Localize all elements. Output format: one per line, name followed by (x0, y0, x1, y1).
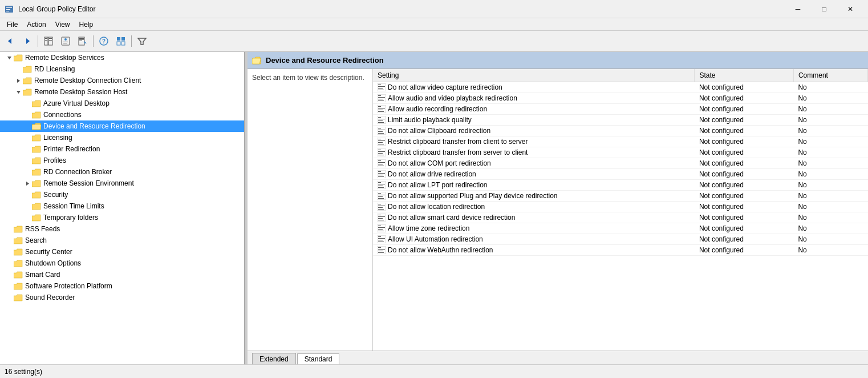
table-row[interactable]: Do not allow location redirection Not co… (373, 202, 868, 212)
expand-icon-rd-connection-client[interactable] (14, 76, 23, 85)
back-button[interactable] (2, 33, 18, 49)
tree-label-software-protection-platform: Software Protection Platform (25, 282, 112, 290)
table-row[interactable]: Do not allow Clipboard redirection Not c… (373, 126, 868, 136)
col-comment[interactable]: Comment (793, 69, 867, 82)
table-row[interactable]: Do not allow supported Plug and Play dev… (373, 191, 868, 202)
export-button[interactable] (75, 33, 91, 49)
menu-file[interactable]: File (2, 19, 22, 30)
tree-item-rd-licensing[interactable]: RD Licensing (0, 63, 244, 75)
table-row[interactable]: Restrict clipboard transfer from server … (373, 147, 868, 158)
table-row[interactable]: Allow UI Automation redirection Not conf… (373, 234, 868, 245)
maximize-button[interactable]: □ (811, 0, 837, 18)
table-row[interactable]: Restrict clipboard transfer from client … (373, 136, 868, 147)
tree-label-security: Security (43, 191, 68, 199)
tree-item-smart-card[interactable]: Smart Card (0, 269, 244, 280)
app-icon (5, 5, 14, 14)
tree-label-rd-connection-broker: RD Connection Broker (43, 168, 112, 176)
table-row[interactable]: Do not allow WebAuthn redirection Not co… (373, 245, 868, 256)
table-row[interactable]: Do not allow drive redirection Not confi… (373, 169, 868, 180)
svg-rect-34 (378, 86, 385, 87)
tree-panel: Remote Desktop Services RD Licensing Rem… (0, 52, 245, 364)
folder-icon-shutdown-options (14, 259, 23, 267)
tab-standard[interactable]: Standard (297, 353, 340, 364)
tree-item-profiles[interactable]: Profiles (0, 155, 244, 166)
expand-icon-rd-session-host[interactable] (14, 87, 23, 96)
settings-table: Setting State Comment Do not allow video… (373, 69, 868, 256)
tree-item-session-time-limits[interactable]: Session Time Limits (0, 200, 244, 212)
toolbar-separator-2 (93, 35, 94, 47)
menu-help[interactable]: Help (75, 19, 98, 30)
tree-item-remote-desktop-services[interactable]: Remote Desktop Services (0, 52, 244, 63)
folder-icon-profiles (32, 156, 41, 164)
tree-item-connections[interactable]: Connections (0, 109, 244, 120)
table-row[interactable]: Do not allow LPT port redirection Not co… (373, 180, 868, 191)
tree-item-security-center[interactable]: Security Center (0, 246, 244, 258)
tree-item-rd-session-host[interactable]: Remote Desktop Session Host (0, 86, 244, 98)
tree-label-device-resource-redirection: Device and Resource Redirection (43, 122, 145, 130)
menu-action[interactable]: Action (22, 19, 50, 30)
tree-item-rss-feeds[interactable]: RSS Feeds (0, 223, 244, 235)
svg-rect-59 (378, 140, 385, 141)
close-button[interactable]: ✕ (837, 0, 863, 18)
tree-item-search[interactable]: Search (0, 235, 244, 246)
tree-item-security[interactable]: Security (0, 189, 244, 200)
tree-item-rd-connection-client[interactable]: Remote Desktop Connection Client (0, 75, 244, 86)
settings-pane: Setting State Comment Do not allow video… (373, 69, 868, 351)
setting-state-cell: Not configured (695, 115, 794, 126)
tree-item-device-resource-redirection[interactable]: Device and Resource Redirection (0, 120, 244, 132)
tree-item-remote-session-environment[interactable]: Remote Session Environment (0, 178, 244, 189)
forward-button[interactable] (19, 33, 35, 49)
svg-rect-23 (117, 37, 120, 41)
expand-icon-remote-desktop-services[interactable] (5, 53, 14, 62)
folder-icon-software-protection-platform (14, 282, 23, 290)
folder-icon-device-resource-redirection (32, 122, 41, 130)
table-row[interactable]: Allow audio recording redirection Not co… (373, 104, 868, 115)
folder-icon-rd-licensing (23, 65, 32, 73)
tree-item-azure-virtual-desktop[interactable]: Azure Virtual Desktop (0, 98, 244, 109)
tree-item-shutdown-options[interactable]: Shutdown Options (0, 258, 244, 269)
show-console-tree-button[interactable] (40, 33, 56, 49)
folder-icon-temporary-folders (32, 214, 41, 222)
setting-name-cell: Do not allow LPT port redirection (373, 180, 695, 191)
table-row[interactable]: Allow audio and video playback redirecti… (373, 93, 868, 104)
svg-rect-104 (378, 238, 385, 239)
svg-rect-26 (121, 42, 125, 45)
setting-comment-cell: No (793, 202, 867, 212)
tree-item-temporary-folders[interactable]: Temporary folders (0, 212, 244, 223)
setting-name-cell: Restrict clipboard transfer from client … (373, 136, 695, 147)
window-controls: ─ □ ✕ (785, 0, 863, 18)
svg-rect-99 (378, 227, 385, 228)
table-row[interactable]: Limit audio playback quality Not configu… (373, 115, 868, 126)
filter-button[interactable] (134, 33, 150, 49)
tree-item-sound-recorder[interactable]: Sound Recorder (0, 292, 244, 303)
table-row[interactable]: Allow time zone redirection Not configur… (373, 223, 868, 234)
setting-icon (378, 116, 386, 124)
svg-rect-74 (378, 173, 385, 174)
help-button[interactable]: ? (96, 33, 112, 49)
col-state[interactable]: State (695, 69, 794, 82)
svg-rect-78 (378, 182, 381, 183)
table-row[interactable]: Do not allow smart card device redirecti… (373, 212, 868, 223)
svg-rect-36 (378, 90, 384, 90)
setting-comment-cell: No (793, 158, 867, 169)
tree-label-rd-licensing: RD Licensing (34, 65, 75, 73)
properties-button[interactable] (58, 33, 74, 49)
col-setting[interactable]: Setting (373, 69, 695, 82)
tree-item-software-protection-platform[interactable]: Software Protection Platform (0, 280, 244, 292)
setting-icon (378, 83, 386, 91)
minimize-button[interactable]: ─ (785, 0, 811, 18)
svg-rect-19 (79, 41, 82, 41)
svg-rect-39 (378, 97, 385, 98)
tree-item-licensing[interactable]: Licensing (0, 132, 244, 143)
svg-rect-63 (378, 150, 381, 150)
menu-view[interactable]: View (51, 19, 75, 30)
tree-item-rd-connection-broker[interactable]: RD Connection Broker (0, 166, 244, 178)
tree-item-printer-redirection[interactable]: Printer Redirection (0, 143, 244, 155)
table-row[interactable]: Do not allow video capture redirection N… (373, 82, 868, 93)
tab-extended[interactable]: Extended (252, 353, 296, 364)
tree-label-connections: Connections (43, 111, 82, 119)
toggle-details-button[interactable] (113, 33, 129, 49)
table-row[interactable]: Do not allow COM port redirection Not co… (373, 158, 868, 169)
svg-marker-4 (8, 38, 11, 44)
expand-icon-remote-session-environment[interactable] (23, 179, 32, 188)
